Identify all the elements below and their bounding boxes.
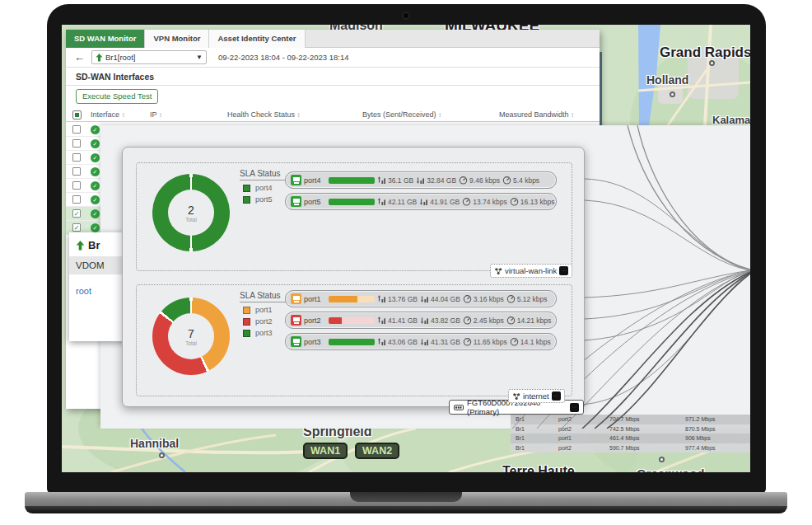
column-health-check-status[interactable]: Health Check Status ↕ [227,110,301,119]
row-checkbox-checked[interactable]: ✓ [72,209,81,218]
upload-bars-icon [377,337,386,346]
legend-swatch [243,330,250,337]
collapse-button[interactable]: – [552,391,561,401]
column-bytes[interactable]: Bytes (Sent/Received) ↕ [362,110,441,119]
section-title: SD-WAN Interfaces [76,72,154,82]
vdom-root-link[interactable]: root [69,274,127,296]
row-checkbox[interactable] [72,125,81,134]
row-checkbox-checked[interactable]: ✓ [72,223,81,232]
port-row-port5[interactable]: port5 42.11 GB 41.91 GB 13.74 kbps 16.13… [285,193,557,210]
port-name: port3 [304,338,326,346]
download-bandwidth-stat: 16.13 kbps [510,197,555,206]
bandwidth-mini-table: Br1port2704.7 Mbps971.2 Mbps Br1port2742… [511,415,750,452]
tab-bar: SD WAN Monitor VPN Monitor Asset Identit… [66,30,600,48]
gauge-icon [502,176,511,185]
status-ok-icon: ✓ [91,139,100,148]
upload-bandwidth-stat: 13.74 kbps [462,197,507,206]
device-select[interactable]: Br1[root] ▼ [91,50,207,64]
status-ok-icon: ✓ [91,209,100,218]
port-row-port3[interactable]: port3 43.06 GB 41.31 GB 11.65 kbps 14.1 … [285,333,557,350]
upload-bandwidth-stat: 11.65 kbps [463,337,507,346]
column-interface[interactable]: Interface ↕ [91,110,125,119]
popup-device-name: Br [88,239,100,251]
execute-speed-test-button[interactable]: Execute Speed Test [76,89,158,104]
download-stat: 41.91 GB [419,197,460,206]
column-ip[interactable]: IP ↕ [150,110,162,119]
download-stat: 41.31 GB [420,337,460,346]
upload-bars-icon [377,176,386,185]
map-label-terre-haute: Terre Haute [502,464,575,472]
row-checkbox[interactable] [72,153,81,162]
row-checkbox[interactable] [72,167,81,176]
legend-title: SLA Status [240,291,286,302]
laptop-base-notch [350,492,462,502]
sla-donut-virtual-wan-link: 2 Total [152,174,230,251]
port-row-port4[interactable]: port4 36.1 GB 32.84 GB 9.46 kbps 5.4 kbp… [285,171,557,189]
row-checkbox[interactable] [72,181,81,190]
legend-swatch [243,318,250,326]
sla-donut-internet: 7 Total [152,298,230,375]
ethernet-port-icon [291,175,301,185]
tab-vpn-monitor[interactable]: VPN Monitor [145,30,209,48]
gauge-icon [510,337,519,346]
upload-stat: 13.76 GB [377,294,418,303]
port-name: port2 [304,316,326,325]
status-ok-icon: ✓ [91,153,100,162]
status-ok-icon: ✓ [91,223,100,232]
section-header: SD-WAN Interfaces [66,68,600,86]
port-row-port1[interactable]: port1 13.76 GB 44.04 GB 3.16 kbps 5.12 k… [285,290,557,307]
tab-asset-identity-center[interactable]: Asset Identity Center [209,30,305,48]
tab-sd-wan-monitor[interactable]: SD WAN Monitor [66,30,145,48]
gauge-icon [462,197,471,206]
ethernet-port-icon [291,196,301,207]
download-bandwidth-stat: 14.1 kbps [510,337,551,346]
download-stat: 44.04 GB [420,294,460,303]
fortigate-device-icon [454,403,464,412]
upload-bars-icon [377,316,386,325]
port-row-port2[interactable]: port2 41.41 GB 43.82 GB 2.45 kbps 14.21 … [285,312,557,329]
vdom-label: VDOM [69,256,127,274]
download-bars-icon [420,316,429,325]
wan1-button[interactable]: WAN1 [303,443,348,459]
port-usage-bar [329,339,375,345]
upload-bandwidth-stat: 2.45 kbps [463,316,504,325]
select-all-checkbox[interactable] [72,110,82,120]
map-dot-hannibal [159,452,165,458]
mini-table-row[interactable]: Br1port1461.4 Mbps906 Mbps [511,434,750,443]
download-bandwidth-stat: 5.4 kbps [502,176,539,185]
sort-icon: ↕ [159,111,162,119]
donut-total-label: Total [185,217,197,223]
column-measured-bandwidth[interactable]: Measured Bandwidth ↕ [499,110,574,119]
collapse-button[interactable]: – [570,403,579,412]
mini-table-row[interactable]: Br1port2742.5 Mbps870.5 Mbps [511,424,750,434]
sort-icon: ↕ [297,111,301,119]
map-dot-greenwood [659,457,665,462]
ethernet-port-icon [291,336,301,347]
upload-stat: 41.41 GB [377,316,418,325]
download-bars-icon [420,337,429,346]
up-arrow-icon [96,54,103,62]
collapse-button[interactable]: – [559,266,568,275]
donut-total-label: Total [185,340,197,346]
wan2-button[interactable]: WAN2 [355,443,399,459]
legend-swatch [243,307,250,314]
window-scrollbar[interactable] [600,52,602,131]
back-arrow-icon[interactable]: ← [74,51,85,63]
date-range: 09-22-2023 18:04 - 09-22-2023 18:14 [218,53,348,62]
row-checkbox[interactable] [72,195,81,204]
webcam [404,13,408,18]
port-name: port5 [304,198,326,206]
port-usage-bar [329,296,375,302]
legend-swatch [243,185,250,192]
row-checkbox[interactable] [72,139,81,148]
map-label-grand-rapids: Grand Rapids [660,45,750,61]
toolbar: ← Br1[root] ▼ 09-22-2023 18:04 - 09-22-2… [66,48,600,68]
gauge-icon [506,316,516,325]
zone-tag-internet[interactable]: internet – [508,389,565,403]
zone-icon [512,392,520,401]
laptop-base-bottom [25,506,787,513]
donut-total: 7 [188,327,194,340]
zone-tag-virtual-wan-link[interactable]: virtual-wan-link – [490,264,572,278]
mini-table-row[interactable]: Br1port2590.7 Mbps977.4 Mbps [511,443,750,453]
gauge-icon [510,197,519,206]
